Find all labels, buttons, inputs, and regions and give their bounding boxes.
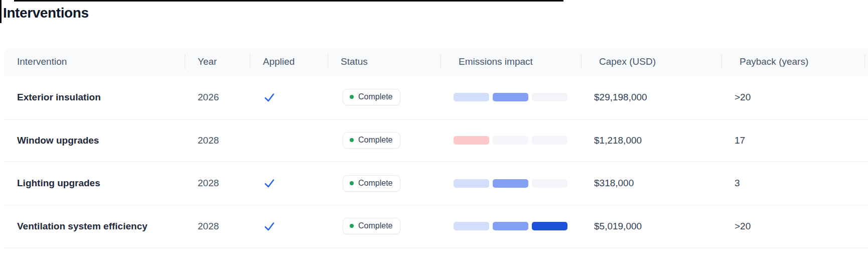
- emissions-impact-bar: [454, 93, 567, 101]
- capex-value: $5,019,000: [594, 221, 642, 232]
- window-top-border: [14, 0, 563, 2]
- column-header-payback[interactable]: Payback (years): [721, 48, 864, 76]
- table-row[interactable]: Exterior insulation 2026 Complete $29,19…: [4, 76, 868, 119]
- payback-value: 3: [735, 178, 740, 189]
- column-header-applied[interactable]: Applied: [250, 48, 328, 76]
- applied-check-icon: [263, 220, 276, 233]
- status-badge[interactable]: Complete: [343, 175, 400, 192]
- applied-check-icon: [263, 177, 276, 190]
- status-label: Complete: [358, 221, 392, 230]
- emissions-impact-bar: [454, 136, 567, 145]
- table-header-row: Intervention Year Applied Status Emissio…: [4, 48, 868, 76]
- emissions-segment: [532, 93, 567, 101]
- capex-value: $29,198,000: [594, 92, 647, 103]
- status-dot-icon: [350, 95, 354, 99]
- payback-value: 17: [735, 135, 745, 146]
- intervention-name: Exterior insulation: [17, 92, 101, 103]
- table-row[interactable]: Lighting upgrades 2028 Complete $318,000…: [4, 162, 868, 205]
- intervention-name: Lighting upgrades: [17, 178, 100, 189]
- status-badge[interactable]: Complete: [343, 89, 400, 105]
- emissions-segment: [493, 222, 528, 230]
- payback-value: >20: [735, 221, 751, 232]
- column-header-year[interactable]: Year: [185, 48, 250, 76]
- capex-value: $318,000: [594, 178, 634, 189]
- status-label: Complete: [358, 136, 392, 145]
- status-dot-icon: [350, 138, 354, 142]
- applied-check-icon: [263, 91, 276, 104]
- column-header-emissions-impact[interactable]: Emissions impact: [441, 48, 581, 76]
- intervention-name: Ventilation system efficiency: [17, 221, 148, 232]
- emissions-segment: [493, 93, 528, 101]
- page-title: Interventions: [3, 5, 89, 21]
- table-row[interactable]: Ventilation system efficiency 2028 Compl…: [4, 205, 868, 248]
- emissions-impact-bar: [454, 222, 567, 230]
- column-header-clipped: [864, 48, 868, 76]
- table-body: Exterior insulation 2026 Complete $29,19…: [4, 76, 868, 248]
- column-header-intervention[interactable]: Intervention: [4, 48, 185, 76]
- interventions-table: Intervention Year Applied Status Emissio…: [4, 48, 868, 248]
- emissions-segment: [454, 93, 489, 101]
- status-label: Complete: [358, 92, 392, 101]
- emissions-segment: [493, 136, 528, 145]
- year-value: 2026: [198, 92, 219, 103]
- emissions-impact-bar: [454, 179, 567, 188]
- emissions-segment: [532, 222, 567, 230]
- year-value: 2028: [198, 178, 219, 189]
- intervention-name: Window upgrades: [17, 135, 99, 146]
- column-header-capex[interactable]: Capex (USD): [581, 48, 721, 76]
- status-dot-icon: [350, 181, 354, 185]
- capex-value: $1,218,000: [594, 135, 642, 146]
- year-value: 2028: [198, 221, 219, 232]
- emissions-segment: [454, 136, 489, 145]
- emissions-segment: [454, 179, 489, 188]
- emissions-segment: [532, 136, 567, 145]
- status-badge[interactable]: Complete: [343, 218, 400, 234]
- emissions-segment: [454, 222, 489, 230]
- column-header-status[interactable]: Status: [328, 48, 441, 76]
- emissions-segment: [493, 179, 528, 188]
- status-label: Complete: [358, 179, 392, 188]
- emissions-segment: [532, 179, 567, 188]
- window-left-border: [0, 0, 2, 23]
- table-row[interactable]: Window upgrades 2028 Complete $1,218,000…: [4, 119, 868, 162]
- status-dot-icon: [350, 224, 354, 228]
- year-value: 2028: [198, 135, 219, 146]
- status-badge[interactable]: Complete: [343, 132, 400, 149]
- payback-value: >20: [735, 92, 751, 103]
